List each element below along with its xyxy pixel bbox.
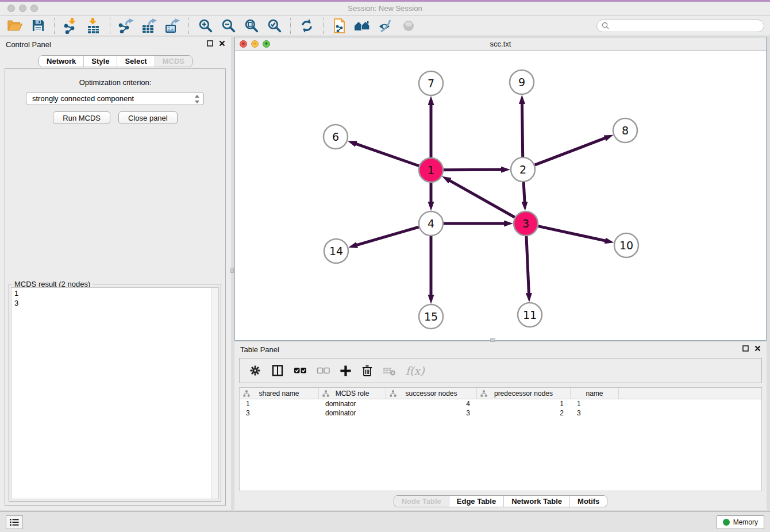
unselect-all-columns-icon[interactable] [317,366,330,375]
first-neighbors-button[interactable] [351,17,374,35]
import-table-button[interactable] [82,17,105,35]
zoom-selected-button[interactable] [263,17,286,35]
tab-style[interactable]: Style [83,56,117,67]
network-window-titlebar[interactable]: scc.txt × − + [235,37,766,51]
zoom-fit-icon [244,18,259,33]
delete-table-icon[interactable] [383,365,396,376]
save-session-button[interactable] [26,17,49,35]
attribute-icon [322,390,329,397]
network-graph[interactable]: 7968124314101511 [235,51,766,340]
create-column-plus-icon[interactable] [340,365,352,377]
table-cell[interactable]: 1 [477,399,571,408]
task-history-button[interactable] [6,515,23,529]
close-panel-icon[interactable] [219,40,225,47]
table-row[interactable]: 1dominator411 [240,399,761,408]
graph-node-label: 7 [428,77,434,90]
column-header-mcds-role[interactable]: MCDS role [319,388,386,399]
table-cell[interactable]: dominator [319,399,386,408]
show-graphics-details-button[interactable] [397,17,420,35]
table-row[interactable]: 3dominator323 [240,408,761,418]
table-cell[interactable]: 3 [386,408,477,418]
graph-node-label: 11 [523,309,537,321]
table-cell[interactable]: 1 [240,399,319,408]
search-input[interactable] [613,22,759,30]
table-cell[interactable]: 4 [386,399,477,408]
graph-node-label: 8 [622,124,629,137]
graph-edge-3-10[interactable] [538,226,605,241]
table-cell[interactable]: dominator [319,408,386,418]
save-floppy-icon [31,18,45,33]
graph-edge-1-6[interactable] [356,144,419,166]
window-title: Session: New Session [0,4,770,13]
memory-label: Memory [733,518,758,526]
toolbar-separator [110,18,110,34]
close-panel-icon[interactable] [754,345,761,352]
split-pane-handle[interactable] [230,268,234,273]
graph-edge-2-9[interactable] [522,103,522,157]
minimize-network-button[interactable]: − [251,40,259,48]
graph-edge-1-2[interactable] [444,169,502,170]
table-cell[interactable]: 2 [477,408,571,418]
tab-motifs[interactable]: Motifs [569,496,607,507]
minimize-window-button[interactable] [19,5,26,12]
zoom-selected-icon [267,18,282,33]
float-panel-icon[interactable] [207,40,213,47]
tab-node-table[interactable]: Node Table [394,496,449,507]
memory-status-icon [723,519,730,526]
table-cell[interactable]: 3 [571,408,619,418]
run-mcds-button[interactable]: Run MCDS [53,111,110,124]
close-network-button[interactable]: × [240,40,247,48]
control-panel: Control Panel Network Style Select MCDS … [0,37,231,510]
graph-edge-2-8[interactable] [535,138,606,165]
zoom-out-button[interactable] [217,17,240,35]
table-panel-tabs: Node Table Edge Table Network Table Moti… [234,495,767,507]
graph-edge-3-1[interactable] [449,180,515,217]
refresh-network-button[interactable] [295,17,318,35]
task-list-icon [10,518,19,526]
toolbar-separator [54,18,55,34]
graph-edge-4-14[interactable] [357,227,419,245]
graph-edge-3-11[interactable] [526,236,529,294]
zoom-fit-button[interactable] [240,17,263,35]
search-box[interactable] [596,20,764,32]
tab-network[interactable]: Network [39,56,83,67]
select-all-columns-icon[interactable] [294,366,307,375]
network-view-window: scc.txt × − + 7968124314101511 [234,37,767,341]
optimization-criterion-select[interactable]: strongly connected component [26,92,204,105]
export-network-button[interactable] [115,17,138,35]
show-column-pane-icon[interactable] [271,364,284,377]
import-network-button[interactable] [59,17,82,35]
open-session-button[interactable] [3,17,26,35]
column-header-successor-nodes[interactable]: successor nodes [386,388,477,399]
zoom-in-button[interactable] [194,17,217,35]
column-header-name[interactable]: name [571,388,619,399]
table-cell[interactable]: 1 [571,399,619,408]
result-scrollbar[interactable] [211,288,218,499]
zoom-window-button[interactable] [30,5,38,12]
clone-network-button[interactable] [328,17,351,35]
hide-selected-button[interactable] [374,17,397,35]
maximize-network-button[interactable]: + [263,40,270,48]
eye-slash-icon [378,19,394,33]
mcds-result-list[interactable]: 13 [11,287,219,499]
tab-mcds[interactable]: MCDS [155,56,192,67]
delete-column-trash-icon[interactable] [361,364,373,377]
table-settings-gear-icon[interactable] [249,364,261,377]
float-panel-icon[interactable] [742,345,749,352]
tab-select[interactable]: Select [117,56,154,67]
attribute-icon [390,390,396,397]
export-image-button[interactable] [161,17,184,35]
table-cell[interactable]: 3 [240,408,319,418]
table-panel: Table Panel [234,342,767,510]
tab-edge-table[interactable]: Edge Table [449,496,503,507]
graph-edge-2-3[interactable] [523,182,525,202]
open-folder-icon [7,18,23,33]
memory-button[interactable]: Memory [717,515,764,529]
network-canvas[interactable]: 7968124314101511 [235,51,766,340]
export-table-button[interactable] [138,17,161,35]
column-header-predecessor-nodes[interactable]: predecessor nodes [477,388,571,399]
close-window-button[interactable] [7,5,15,12]
close-panel-button[interactable]: Close panel [118,111,178,124]
tab-network-table[interactable]: Network Table [503,496,569,507]
column-header-shared-name[interactable]: shared name [240,388,319,399]
